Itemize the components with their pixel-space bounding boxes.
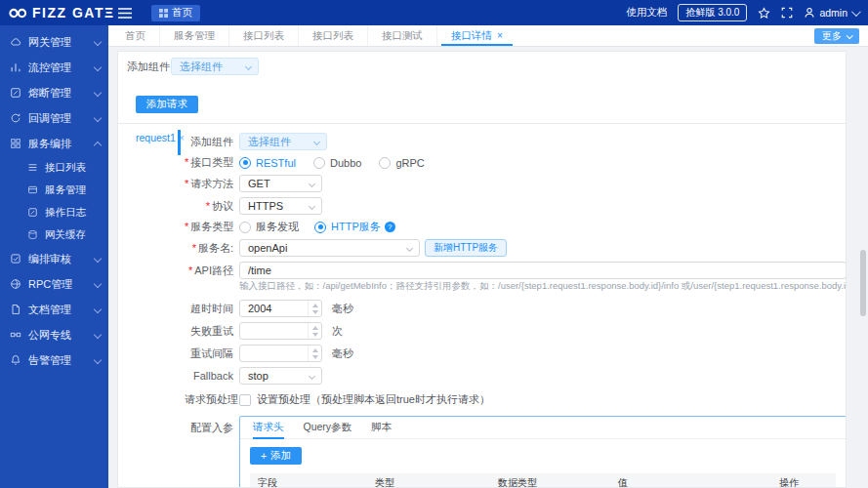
radio-icon[interactable]	[314, 222, 326, 233]
service-type-radio-discovery[interactable]: 服务发现	[239, 220, 299, 234]
add-param-button[interactable]: +添加	[250, 447, 302, 465]
tab-script[interactable]: 脚本	[371, 417, 392, 438]
timeout-label: 超时时间	[185, 302, 233, 316]
sidebar-item-circuit-breaker[interactable]: 熔断管理	[0, 80, 108, 105]
protocol-label: *协议	[185, 199, 233, 214]
tab-interface-test[interactable]: 接口测试	[367, 25, 436, 46]
sidebar-item-label: 网关缓存	[45, 228, 86, 242]
chevron-down-icon	[847, 32, 853, 39]
preprocess-checkbox[interactable]	[239, 394, 251, 406]
api-path-hint: 输入接口路径，如：/api/getMebInfo；路径支持引用参数，如：/use…	[239, 280, 847, 293]
add-component-label: 添加组件	[127, 60, 171, 74]
stepper-icons[interactable]	[308, 346, 321, 361]
retry-stepper[interactable]	[239, 322, 322, 340]
api-type-radio-restful[interactable]: RESTful	[239, 157, 296, 169]
tab-interface-list-1[interactable]: 接口列表	[228, 25, 298, 46]
database-icon	[27, 229, 38, 240]
params-table: 字段 类型 数据类型 值 操作	[250, 473, 836, 488]
tab-service-management[interactable]: 服务管理	[159, 25, 228, 46]
gauge-icon	[10, 87, 21, 99]
cloud-icon	[10, 36, 21, 48]
infinity-logo-icon	[9, 7, 27, 20]
audit-icon	[10, 253, 21, 264]
sidebar-item-label: 服务管理	[45, 183, 86, 197]
config-params-label: 配置入参	[185, 416, 233, 435]
sidebar-item-orchestration-audit[interactable]: 编排审核	[0, 246, 108, 271]
sidebar-item-label: 编排审核	[28, 252, 71, 266]
fullscreen-icon[interactable]	[781, 7, 793, 19]
main-area: 首页 服务管理 接口列表 接口列表 接口测试 接口详情 × 更多 添加组件 选择…	[108, 25, 868, 488]
component-select[interactable]: 选择组件	[171, 58, 259, 75]
retry-interval-stepper[interactable]	[239, 345, 322, 362]
vertical-scrollbar[interactable]	[860, 250, 866, 316]
sidebar-item-gateway-cache[interactable]: 网关缓存	[0, 224, 108, 246]
sidebar-item-orchestration[interactable]: 服务编排	[0, 131, 108, 156]
radio-icon[interactable]	[313, 157, 325, 169]
docs-link[interactable]: 使用文档	[626, 6, 667, 20]
sidebar-item-label: 服务编排	[28, 137, 71, 151]
close-icon[interactable]: ×	[497, 30, 503, 41]
radio-icon[interactable]	[239, 157, 251, 169]
divider	[118, 123, 846, 124]
more-button[interactable]: 更多	[814, 28, 859, 44]
chevron-down-icon	[313, 139, 320, 145]
tab-request-header[interactable]: 请求头	[253, 417, 284, 438]
stepper-icons[interactable]	[308, 301, 321, 316]
sidebar: 网关管理 流控管理 熔断管理 回调管理 服务编排 接口列表 服务管理 操作日志 …	[0, 25, 108, 488]
new-http-service-button[interactable]: 新增HTTP服务	[425, 239, 507, 257]
star-icon[interactable]	[758, 7, 770, 20]
version-badge[interactable]: 抢鲜版 3.0.0	[678, 4, 747, 21]
user-icon	[804, 7, 815, 19]
tab-home[interactable]: 首页	[111, 25, 159, 46]
service-name-select[interactable]: openApi	[239, 239, 420, 257]
sidebar-item-public-line[interactable]: 公网专线	[0, 322, 108, 347]
sidebar-item-service-management[interactable]: 服务管理	[0, 179, 108, 201]
preprocess-text: 设置预处理（预处理脚本返回true时才执行请求）	[257, 392, 490, 407]
protocol-select[interactable]: HTTPS	[239, 197, 322, 215]
app-logo: FIZZ GATΞ	[0, 5, 108, 20]
col-field: 字段	[250, 476, 367, 488]
tab-query-params[interactable]: Query参数	[304, 417, 352, 438]
retry-unit: 次	[332, 324, 343, 339]
sidebar-item-label: 回调管理	[28, 111, 71, 126]
chevron-down-icon	[94, 305, 102, 313]
grid-icon	[159, 9, 168, 18]
component-select-request[interactable]: 选择组件	[239, 133, 327, 150]
sidebar-item-interface-list[interactable]: 接口列表	[0, 156, 108, 179]
menu-toggle-icon[interactable]	[118, 8, 132, 19]
sidebar-item-flow-control[interactable]: 流控管理	[0, 55, 108, 80]
chevron-down-icon	[851, 7, 861, 17]
document-icon	[10, 304, 21, 315]
sidebar-item-operation-log[interactable]: 操作日志	[0, 201, 108, 224]
help-icon[interactable]: ?	[385, 222, 395, 232]
header-home-menu[interactable]: 首页	[151, 5, 200, 21]
username-label: admin	[819, 7, 847, 19]
fallback-label: Fallback	[185, 370, 233, 382]
timeout-stepper[interactable]	[239, 300, 322, 317]
service-type-radio-http[interactable]: HTTP服务 ?	[314, 220, 395, 234]
service-name-label: *服务名:	[185, 241, 233, 256]
sidebar-item-document[interactable]: 文档管理	[0, 297, 108, 322]
sidebar-item-label: 接口列表	[45, 161, 86, 175]
radio-icon[interactable]	[379, 157, 391, 169]
add-request-button[interactable]: 添加请求	[136, 96, 198, 113]
stepper-icons[interactable]	[308, 323, 321, 339]
sidebar-item-gateway[interactable]: 网关管理	[0, 29, 108, 55]
retry-interval-unit: 毫秒	[332, 346, 353, 361]
api-type-radio-dubbo[interactable]: Dubbo	[313, 157, 361, 169]
user-menu[interactable]: admin	[804, 7, 858, 19]
tab-interface-detail[interactable]: 接口详情 ×	[436, 25, 517, 46]
method-select[interactable]: GET	[239, 175, 322, 192]
sidebar-item-callback[interactable]: 回调管理	[0, 105, 108, 131]
api-type-radio-grpc[interactable]: gRPC	[379, 157, 424, 169]
sidebar-item-alert[interactable]: 告警管理	[0, 347, 108, 373]
chevron-up-icon	[94, 141, 102, 148]
fallback-select[interactable]: stop	[239, 367, 322, 385]
chevron-down-icon	[94, 331, 102, 339]
sidebar-item-rpc[interactable]: RPC管理	[0, 271, 108, 297]
chevron-down-icon	[94, 114, 102, 122]
header-home-label: 首页	[172, 6, 192, 20]
api-path-input[interactable]	[239, 262, 847, 279]
radio-icon[interactable]	[239, 222, 251, 233]
tab-interface-list-2[interactable]: 接口列表	[298, 25, 367, 46]
